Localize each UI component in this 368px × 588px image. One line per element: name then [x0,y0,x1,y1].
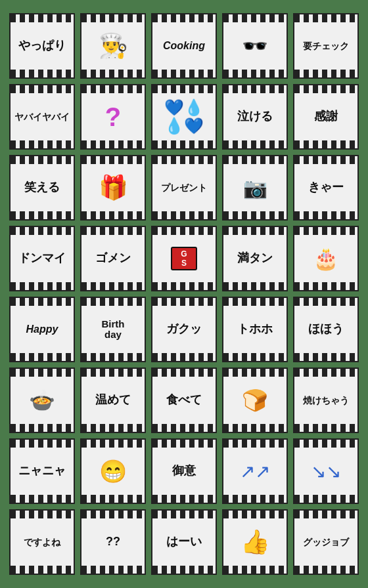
cell-label-15: きゃー [308,180,344,195]
cell-label-16: ドンマイ [18,251,66,266]
grid-cell-36[interactable]: ですよね [9,509,75,575]
handwave-icon: 👍 [241,528,270,556]
grid-cell-22[interactable]: Birth day [80,297,146,362]
cell-label-1: やっぱり [18,39,66,53]
grid-cell-18[interactable]: GS [151,226,217,291]
cell-label-40: グッジョブ [303,537,349,548]
cell-label-17: ゴメン [95,251,131,266]
grid-cell-39[interactable]: 👍 [222,509,288,575]
grid-cell-23[interactable]: ガクッ [151,297,217,362]
grid-cell-4[interactable]: 🕶️ [222,13,288,79]
grid-cell-21[interactable]: Happy [9,297,75,362]
grid-cell-25[interactable]: ほほう [293,297,359,362]
cell-label-23: ガクッ [166,322,202,337]
gift-icon: 🎁 [99,174,128,201]
grid-cell-40[interactable]: グッジョブ [293,509,359,575]
cell-label-6: ヤバイヤバイ [14,112,70,123]
grid-cell-7[interactable]: ? [80,84,146,150]
cell-label-33: 御意 [172,464,196,478]
grid-cell-2[interactable]: 👨‍🍳 [80,13,146,79]
grid-cell-29[interactable]: 🍞 [222,368,288,433]
grid-cell-26[interactable]: 🍲 [9,368,75,433]
cell-label-13: プレゼント [161,182,207,194]
grid-cell-9[interactable]: 泣ける [222,84,288,150]
grid-cell-3[interactable]: Cooking [151,13,217,79]
cell-label-5: 要チェック [303,41,349,52]
gas-station-icon: GS [171,247,197,270]
grid-cell-30[interactable]: 焼けちゃう [293,368,359,433]
grid-cell-32[interactable]: 😁 [80,438,146,504]
grid-cell-13[interactable]: プレゼント [151,155,217,220]
grid-cell-19[interactable]: 満タン [222,226,288,291]
question-icon: ? [105,102,121,132]
grid-cell-20[interactable]: 🎂 [293,226,359,291]
chef-icon: 👨‍🍳 [99,32,128,60]
tears-icon: 💙💧💧💙 [164,98,204,135]
cell-label-30: 焼けちゃう [303,395,349,406]
cell-label-9: 泣ける [237,110,273,124]
grid-cell-34[interactable]: ↗↗ [222,438,288,504]
grid-cell-8[interactable]: 💙💧💧💙 [151,84,217,150]
grid-cell-28[interactable]: 食べて [151,368,217,433]
cell-label-25: ほほう [308,322,344,337]
grid-cell-16[interactable]: ドンマイ [9,226,75,291]
cell-label-11: 笑える [24,180,60,195]
grid-cell-6[interactable]: ヤバイヤバイ [9,84,75,150]
cell-label-24: トホホ [237,322,273,337]
cell-label-21: Happy [26,323,58,335]
grid-cell-24[interactable]: トホホ [222,297,288,362]
cell-label-3: Cooking [163,39,205,52]
grid-cell-33[interactable]: 御意 [151,438,217,504]
cell-label-28: 食べて [166,393,202,408]
grid-cell-38[interactable]: はーい [151,509,217,575]
grid-cell-17[interactable]: ゴメン [80,226,146,291]
grid-cell-31[interactable]: ニャニャ [9,438,75,504]
bread-icon: 🍞 [242,388,268,413]
grid-cell-5[interactable]: 要チェック [293,13,359,79]
glasses-icon: 🕶️ [242,33,268,58]
grid-cell-27[interactable]: 温めて [80,368,146,433]
cell-label-37: ?? [106,535,120,549]
smile-icon: 😁 [99,458,127,484]
emoji-grid: やっぱり👨‍🍳Cooking🕶️要チェックヤバイヤバイ?💙💧💧💙泣ける感謝笑える… [4,8,364,580]
pot-icon: 🍲 [29,388,55,413]
grid-cell-15[interactable]: きゃー [293,155,359,220]
grid-cell-37[interactable]: ?? [80,509,146,575]
grid-cell-1[interactable]: やっぱり [9,13,75,79]
cake-icon: 🎂 [313,246,339,271]
arrows-down-icon: ↘↘ [311,461,341,482]
grid-cell-14[interactable]: 📷 [222,155,288,220]
camera-icon: 📷 [243,177,267,200]
grid-cell-11[interactable]: 笑える [9,155,75,220]
grid-cell-12[interactable]: 🎁 [80,155,146,220]
cell-label-38: はーい [166,535,202,549]
cell-label-31: ニャニャ [18,464,66,478]
cell-label-10: 感謝 [314,110,338,124]
cell-label-19: 満タン [237,251,273,266]
cell-label-22: Birth day [102,319,125,341]
arrows-up-icon: ↗↗ [240,461,270,482]
grid-cell-10[interactable]: 感謝 [293,84,359,150]
cell-label-27: 温めて [95,393,131,408]
cell-label-36: ですよね [24,537,60,548]
grid-cell-35[interactable]: ↘↘ [293,438,359,504]
